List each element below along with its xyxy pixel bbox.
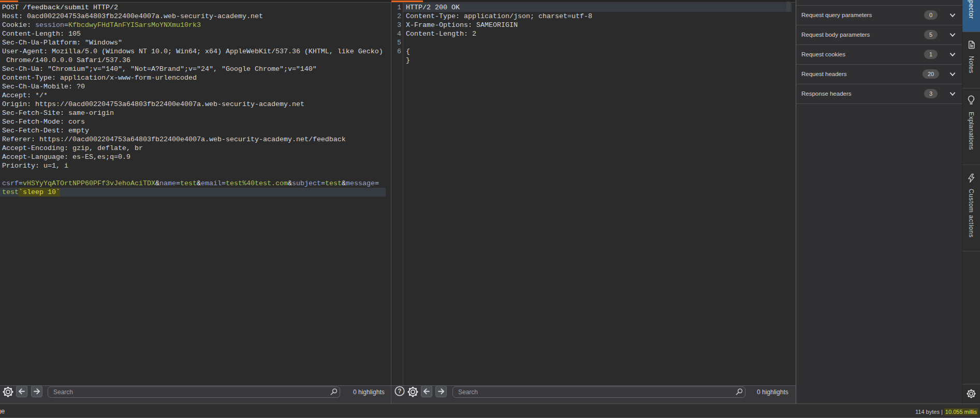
svg-text:?: ? [398,387,401,395]
